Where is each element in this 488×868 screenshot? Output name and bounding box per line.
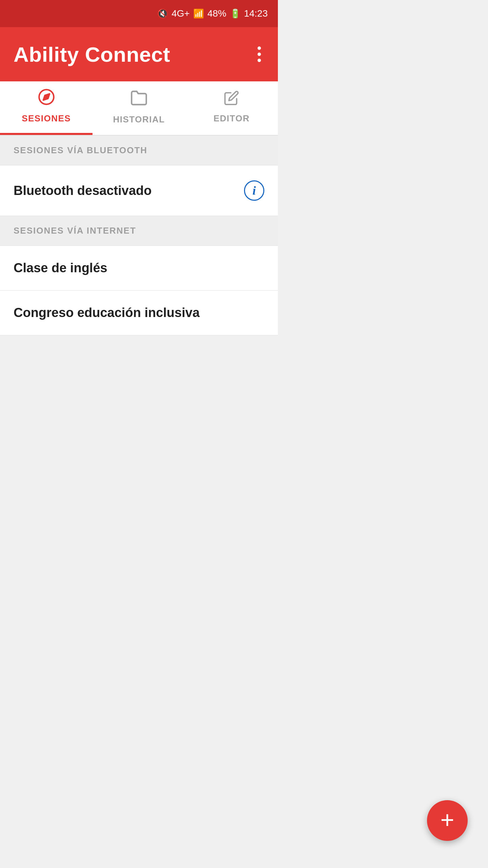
tab-sesiones[interactable]: SESIONES [0,81,93,135]
network-label: 4G+ [171,8,190,19]
folder-icon [130,89,148,111]
overflow-menu-button[interactable] [254,43,264,65]
bluetooth-section-header: SESIONES VÍA BLUETOOTH [0,136,278,165]
signal-icon: 📶 [193,8,204,19]
bluetooth-status-text: Bluetooth desactivado [14,183,152,198]
battery-label: 48% [207,8,226,19]
time-label: 14:23 [244,8,268,19]
dot3 [258,59,261,62]
content-area [0,335,278,742]
pencil-icon [224,90,239,110]
congreso-text: Congreso educación inclusiva [14,305,200,320]
battery-icon: 🔋 [230,8,241,19]
tab-historial-label: HISTORIAL [113,114,165,125]
dot1 [258,46,261,50]
compass-icon [38,88,55,110]
bluetooth-section-title: SESIONES VÍA BLUETOOTH [14,145,147,155]
tab-sesiones-label: SESIONES [22,113,71,124]
clase-ingles-text: Clase de inglés [14,261,107,275]
dot2 [258,53,261,56]
tab-bar: SESIONES HISTORIAL EDITOR [0,81,278,136]
info-icon-label: i [252,183,256,198]
congreso-item[interactable]: Congreso educación inclusiva [0,291,278,335]
status-bar: 🔇 4G+ 📶 48% 🔋 14:23 [0,0,278,27]
app-bar: Ability Connect [0,27,278,81]
internet-section-title: SESIONES VÍA INTERNET [14,225,136,236]
status-icons: 🔇 4G+ 📶 48% 🔋 14:23 [157,8,268,19]
svg-marker-1 [43,94,49,100]
clase-ingles-item[interactable]: Clase de inglés [0,246,278,291]
app-title: Ability Connect [14,42,170,66]
bluetooth-status-item[interactable]: Bluetooth desactivado i [0,165,278,216]
tab-editor-label: EDITOR [214,113,250,124]
internet-section-header: SESIONES VÍA INTERNET [0,216,278,246]
info-icon-bluetooth[interactable]: i [244,180,264,201]
tab-editor[interactable]: EDITOR [185,81,278,135]
tab-historial[interactable]: HISTORIAL [93,81,185,135]
mute-icon: 🔇 [157,8,168,19]
